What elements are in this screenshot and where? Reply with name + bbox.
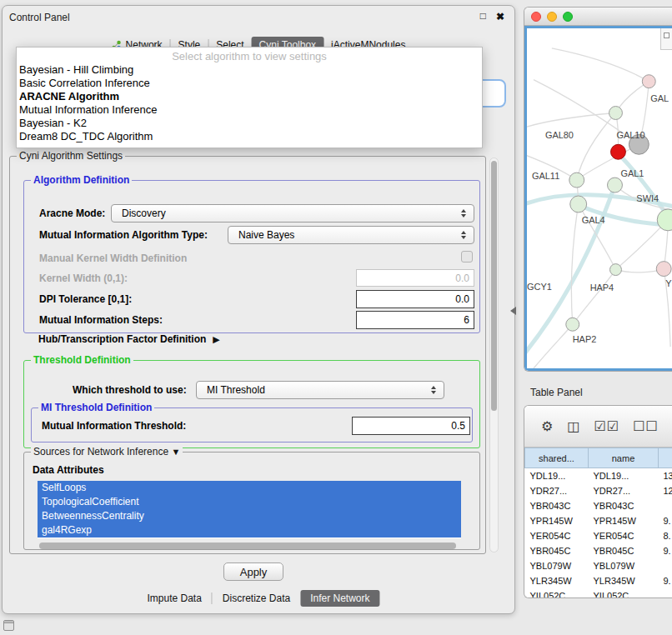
- node-label: SWI4: [636, 193, 659, 203]
- table-panel-window: ⚙◫☑☑☐☐ shared...name YDL19...YDL19...13Y…: [524, 405, 672, 598]
- table-cell: 8.: [659, 528, 672, 543]
- aracne-mode-combobox[interactable]: Discovery: [111, 204, 474, 222]
- data-attributes-list[interactable]: SelfLoopsTopologicalCoefficientBetweenne…: [38, 481, 461, 538]
- algorithm-option[interactable]: Mutual Information Inference: [17, 103, 482, 117]
- mi-steps-field[interactable]: 6: [356, 311, 474, 329]
- settings-scrollbar[interactable]: [489, 158, 499, 552]
- expand-right-icon[interactable]: ▶: [213, 334, 219, 345]
- network-canvas[interactable]: GALGAL80GAL10GAL11GAL1SWI4GAL4GCY1HAP4HA…: [524, 26, 672, 371]
- network-node[interactable]: [611, 144, 626, 159]
- dropdown-placeholder: Select algorithm to view settings: [17, 48, 482, 63]
- sources-group-title[interactable]: Sources for Network Inference ▼: [31, 446, 183, 458]
- network-node[interactable]: [566, 318, 579, 331]
- collapse-down-icon[interactable]: ▼: [171, 447, 180, 457]
- column-header[interactable]: name: [589, 448, 659, 468]
- dpi-tolerance-label: DPI Tolerance [0,1]:: [39, 293, 132, 305]
- mi-threshold-definition-title: MI Threshold Definition: [38, 402, 154, 413]
- which-threshold-value: MI Threshold: [197, 384, 427, 396]
- close-icon[interactable]: ✖: [496, 11, 504, 22]
- node-label: GAL: [650, 93, 669, 103]
- table-cell: YBL079W: [525, 558, 589, 573]
- tab-impute-data[interactable]: Impute Data: [137, 590, 211, 607]
- table-cell: YDL19...: [589, 468, 659, 483]
- table-cell: [659, 498, 672, 513]
- table-row[interactable]: YLR345WYLR345W9.: [525, 573, 672, 588]
- algorithm-option[interactable]: Bayesian - Hill Climbing: [17, 63, 482, 77]
- close-traffic-light[interactable]: [531, 12, 541, 22]
- table-row[interactable]: YBR043CYBR043C: [525, 498, 672, 513]
- network-node[interactable]: [642, 75, 655, 88]
- combo-arrows-icon: [457, 209, 470, 218]
- table-cell: YIL052C: [525, 588, 589, 599]
- network-node[interactable]: [656, 262, 671, 277]
- kernel-width-label: Kernel Width (0,1):: [39, 272, 128, 284]
- table-row[interactable]: YBR045CYBR045C9.: [525, 543, 672, 558]
- attribute-item[interactable]: gal4RGexp: [38, 523, 461, 538]
- table-row[interactable]: YER054CYER054C8.: [525, 528, 672, 543]
- mi-threshold-field[interactable]: 0.5: [352, 417, 470, 435]
- table-cell: YER054C: [589, 528, 659, 543]
- column-header[interactable]: [659, 448, 672, 468]
- settings-scrollbar-thumb[interactable]: [491, 161, 497, 411]
- network-node[interactable]: [570, 196, 587, 212]
- algorithm-definition-title: Algorithm Definition: [31, 174, 132, 186]
- algorithm-option[interactable]: ARACNE Algorithm: [17, 90, 482, 103]
- float-window-icon[interactable]: □: [480, 10, 486, 22]
- tab-discretize-data[interactable]: Discretize Data: [213, 590, 300, 607]
- network-node[interactable]: [657, 209, 672, 231]
- mini-panel-icon[interactable]: [3, 620, 14, 631]
- table-row[interactable]: YDL19...YDL19...13: [525, 468, 672, 483]
- which-threshold-combobox[interactable]: MI Threshold: [196, 381, 444, 399]
- hub-transcription-factor-section[interactable]: Hub/Transcription Factor Definition ▶: [38, 333, 220, 345]
- table-row[interactable]: YPR145WYPR145W9.: [525, 513, 672, 528]
- network-edge: [577, 113, 616, 181]
- network-node[interactable]: [609, 107, 623, 120]
- table-row[interactable]: YDR27...YDR27...12: [525, 483, 672, 498]
- network-window-titlebar: [524, 8, 672, 26]
- table-cell: [659, 588, 672, 599]
- kernel-width-field[interactable]: 0.0: [356, 269, 474, 287]
- dpi-tolerance-field[interactable]: 0.0: [356, 290, 474, 308]
- manual-kernel-width-checkbox[interactable]: [461, 251, 473, 262]
- minimize-traffic-light[interactable]: [547, 12, 557, 22]
- sources-group: Sources for Network Inference ▼ Data Att…: [23, 452, 480, 550]
- network-node[interactable]: [569, 172, 584, 188]
- network-edge: [619, 154, 669, 219]
- algorithm-option[interactable]: Bayesian - K2: [17, 117, 482, 130]
- zoom-traffic-light[interactable]: [563, 12, 573, 22]
- settings-gear-icon[interactable]: ⚙: [541, 420, 554, 433]
- network-node[interactable]: [610, 264, 622, 276]
- tab-infer-network[interactable]: Infer Network: [300, 590, 379, 607]
- panel-collapse-arrow[interactable]: [510, 307, 516, 315]
- apply-button[interactable]: Apply: [223, 562, 283, 581]
- algorithm-option[interactable]: Dream8 DC_TDC Algorithm: [17, 130, 482, 143]
- table-cell: YIL052C: [589, 588, 659, 599]
- table-cell: YPR145W: [589, 513, 659, 528]
- combo-arrows-icon: [457, 231, 470, 239]
- table-row[interactable]: YBL079WYBL079W: [525, 558, 672, 573]
- attribute-item[interactable]: SelfLoops: [38, 481, 461, 495]
- node-label: GAL10: [616, 130, 644, 140]
- table-cell: [659, 558, 672, 573]
- table-cell: YBR045C: [525, 543, 589, 558]
- node-label: GAL4: [582, 215, 605, 225]
- node-label: GAL80: [545, 130, 574, 140]
- table-cell: YDR27...: [589, 483, 659, 498]
- birdseye-widget[interactable]: [660, 28, 672, 50]
- select-all-columns-icon[interactable]: ☑☑: [594, 420, 619, 433]
- mi-threshold-definition-group: MI Threshold Definition Mutual Informati…: [31, 408, 473, 442]
- table-header-row: shared...name: [525, 448, 672, 468]
- attribute-item[interactable]: TopologicalCoefficient: [38, 495, 461, 509]
- table-body: YDL19...YDL19...13YDR27...YDR27...12YBR0…: [525, 468, 672, 599]
- algorithm-option[interactable]: Basic Correlation Inference: [17, 77, 482, 90]
- mi-algorithm-type-combobox[interactable]: Naive Bayes: [228, 226, 474, 244]
- show-columns-icon[interactable]: ◫: [567, 420, 580, 433]
- aracne-mode-value: Discovery: [112, 208, 457, 219]
- attributes-horizontal-scrollbar[interactable]: [39, 542, 456, 549]
- network-node[interactable]: [608, 178, 623, 192]
- unselect-all-columns-icon[interactable]: ☐☐: [633, 420, 659, 433]
- column-header[interactable]: shared...: [525, 448, 589, 468]
- attribute-item[interactable]: BetweennessCentrality: [38, 509, 461, 523]
- which-threshold-label: Which threshold to use:: [73, 384, 187, 396]
- table-row[interactable]: YIL052CYIL052C: [525, 588, 672, 599]
